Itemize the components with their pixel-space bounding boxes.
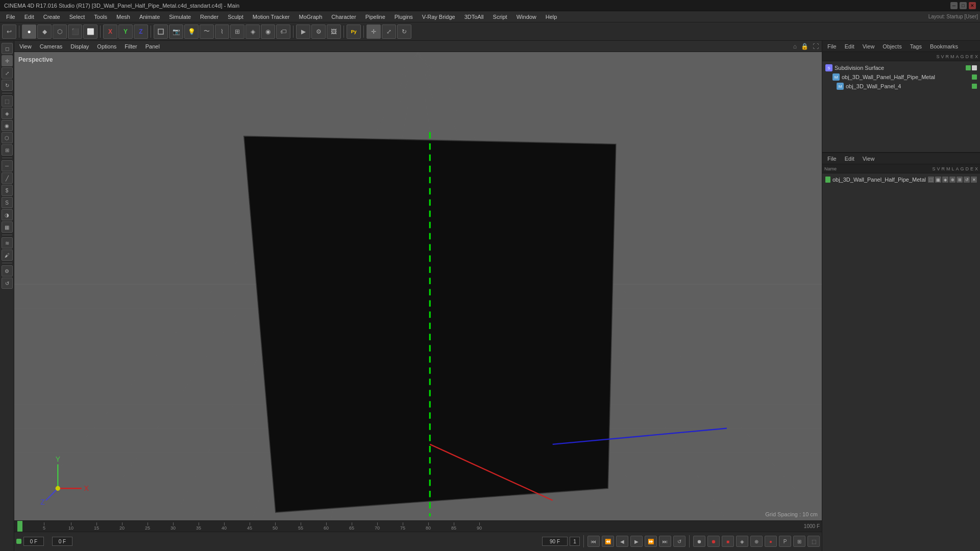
move-tool-button[interactable]: ✛ [2,55,13,66]
menu-window[interactable]: Window [512,13,541,21]
obj-menu-objects[interactable]: Objects [879,43,904,50]
left-tool-15[interactable]: ▦ [2,221,13,233]
vp-menu-options[interactable]: Options [95,43,118,50]
menu-tools[interactable]: Tools [90,13,111,21]
obj-menu-edit[interactable]: Edit [842,43,857,50]
go-end-button[interactable]: ⏭ [659,536,671,547]
menu-select[interactable]: Select [65,13,89,21]
timeline-btn-5[interactable]: ⊞ [793,536,805,547]
playhead[interactable] [17,521,22,532]
spline-button[interactable]: 〜 [200,24,214,39]
rotate-button[interactable]: ↻ [397,24,411,39]
left-tool-10[interactable]: ─ [2,160,13,171]
left-tool-11[interactable]: ╱ [2,172,13,184]
edges-mode-button[interactable]: ⬡ [53,24,67,39]
y-axis-button[interactable]: Y [118,24,133,39]
stop-button[interactable]: ■ [722,536,734,547]
record-red-button[interactable]: ⏺ [707,536,720,547]
viewport[interactable]: X Y Z Perspective Grid Spacing : 10 cm [14,52,822,520]
material-row-wall-metal[interactable]: obj_3D_Wall_Panel_Half_Pipe_Metal ⬚ ▦ ◈ … [824,176,978,184]
play-button[interactable]: ▶ [630,536,643,547]
timeline-btn-2[interactable]: ⊕ [750,536,763,547]
menu-sculpt[interactable]: Sculpt [224,13,248,21]
record-button[interactable]: ⏺ [693,536,705,547]
undo-button[interactable]: ↩ [2,24,16,39]
frame-step-input[interactable] [570,537,580,546]
end-frame-input[interactable] [542,537,568,546]
go-start-button[interactable]: ⏮ [587,536,600,547]
step-forward-button[interactable]: ⏩ [645,536,657,547]
light-button[interactable]: 💡 [184,24,199,39]
left-tool-9[interactable]: ⊞ [2,144,13,156]
polygons-mode-button[interactable]: ⬛ [68,24,82,39]
menu-script[interactable]: Script [489,13,511,21]
vp-menu-cameras[interactable]: Cameras [38,43,65,50]
obj-menu-tags[interactable]: Tags [907,43,925,50]
menu-edit[interactable]: Edit [20,13,38,21]
deform-button[interactable]: ⌇ [215,24,229,39]
object-row-subdivision[interactable]: S Subdivision Surface [824,63,978,72]
menu-help[interactable]: Help [542,13,561,21]
menu-plugins[interactable]: Plugins [390,13,417,21]
left-tool-19[interactable]: ↺ [2,278,13,289]
render-button[interactable]: ▶ [296,24,310,39]
tag-button[interactable]: 🏷 [276,24,290,39]
left-tool-13[interactable]: S [2,197,13,208]
menu-character[interactable]: Character [327,13,360,21]
render-view-button[interactable]: 🖼 [327,24,341,39]
menu-3dtoall[interactable]: 3DToAll [460,13,488,21]
vp-menu-display[interactable]: Display [68,43,91,50]
timeline-btn-1[interactable]: ◈ [736,536,748,547]
start-frame-input[interactable] [23,537,44,546]
mat-menu-view[interactable]: View [860,155,878,162]
menu-mograph[interactable]: MoGraph [295,13,326,21]
menu-motion-tracker[interactable]: Motion Tracker [249,13,294,21]
close-button[interactable]: ✕ [969,2,976,9]
play-back-button[interactable]: ◀ [616,536,628,547]
left-tool-8[interactable]: ⬡ [2,132,13,143]
menu-file[interactable]: File [2,13,19,21]
array-button[interactable]: ⊞ [230,24,244,39]
cube-button[interactable] [154,24,168,39]
menu-create[interactable]: Create [39,13,64,21]
vp-home-button[interactable]: ⌂ [793,43,797,50]
render-settings-button[interactable]: ⚙ [311,24,326,39]
object-mode-button[interactable]: ⬜ [83,24,97,39]
vp-menu-panel[interactable]: Panel [143,43,162,50]
left-tool-14[interactable]: ◑ [2,209,13,220]
python-button[interactable]: Py [347,24,361,39]
menu-mesh[interactable]: Mesh [112,13,134,21]
left-tool-12[interactable]: $ [2,185,13,196]
model-mode-button[interactable]: ● [22,24,36,39]
obj-menu-bookmarks[interactable]: Bookmarks [927,43,961,50]
scale-button[interactable]: ⤢ [382,24,396,39]
x-axis-button[interactable]: X [103,24,117,39]
z-axis-button[interactable]: Z [134,24,148,39]
rotate-tool-button[interactable]: ↻ [2,80,13,91]
left-tool-6[interactable]: ◈ [2,108,13,119]
current-frame-input[interactable] [52,537,72,546]
camera-button[interactable]: 📷 [169,24,183,39]
step-back-button[interactable]: ⏪ [602,536,614,547]
menu-vray[interactable]: V-Ray Bridge [418,13,459,21]
maximize-button[interactable]: □ [960,2,967,9]
vp-lock-button[interactable]: 🔒 [801,43,808,50]
menu-render[interactable]: Render [196,13,223,21]
points-mode-button[interactable]: ◆ [37,24,52,39]
instance-button[interactable]: ◈ [246,24,260,39]
minimize-button[interactable]: ─ [950,2,958,9]
object-row-wall-panel-4[interactable]: M obj_3D_Wall_Panel_4 [824,82,978,91]
left-tool-5[interactable]: ⬚ [2,95,13,107]
menu-simulate[interactable]: Simulate [165,13,195,21]
object-row-wall-panel-metal[interactable]: M obj_3D_Wall_Panel_Half_Pipe_Metal [824,72,978,82]
left-tool-7[interactable]: ◉ [2,120,13,131]
material-button[interactable]: ◉ [261,24,275,39]
obj-menu-view[interactable]: View [860,43,878,50]
mat-menu-file[interactable]: File [824,155,840,162]
left-tool-16[interactable]: ≋ [2,237,13,248]
timeline-btn-3[interactable]: ● [765,536,777,547]
left-tool-17[interactable]: 🖌 [2,249,13,261]
vp-menu-filter[interactable]: Filter [122,43,139,50]
menu-pipeline[interactable]: Pipeline [361,13,389,21]
scale-tool-button[interactable]: ⤢ [2,67,13,79]
